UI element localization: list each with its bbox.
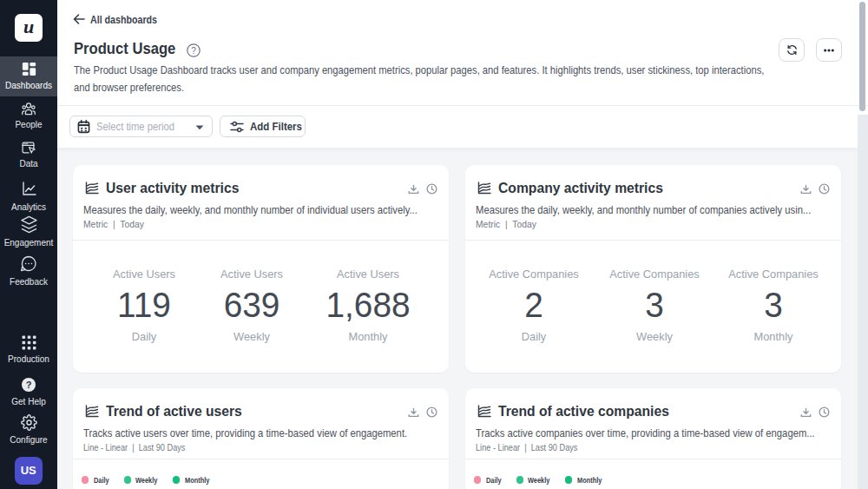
svg-text:?: ?: [26, 380, 32, 390]
svg-text:?: ?: [191, 46, 196, 56]
